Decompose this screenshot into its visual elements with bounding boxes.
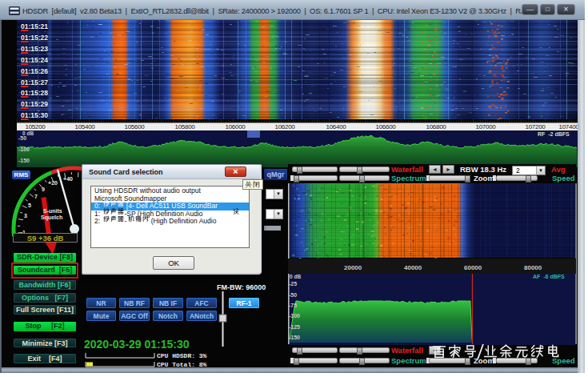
svg-text:+20: +20 <box>48 180 58 186</box>
svg-text:7: 7 <box>34 194 38 199</box>
svg-text:9: 9 <box>42 186 45 192</box>
svg-text:5: 5 <box>28 203 31 208</box>
svg-text:3: 3 <box>24 213 27 219</box>
svg-text:+40: +40 <box>63 176 73 182</box>
